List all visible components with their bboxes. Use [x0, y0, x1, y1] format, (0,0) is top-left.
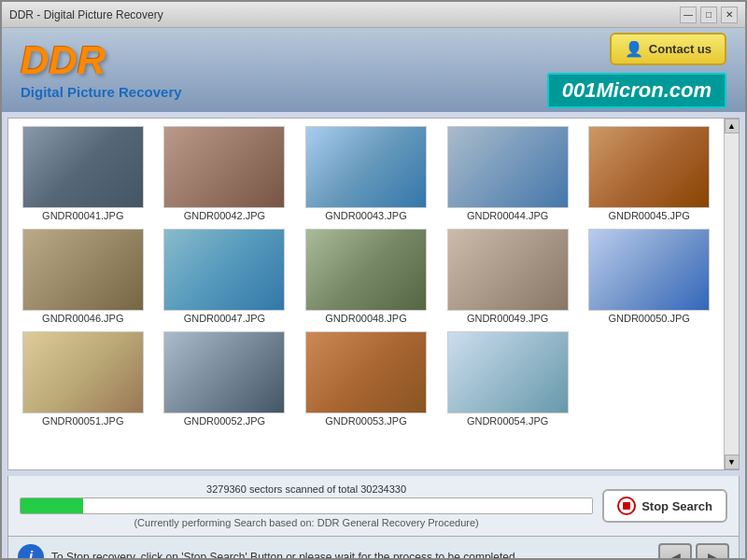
list-item[interactable]: GNDR00054.JPG	[441, 331, 575, 427]
nav-back-button[interactable]: ◀	[658, 543, 692, 561]
stop-button-label: Stop Search	[641, 499, 712, 513]
close-button[interactable]: ✕	[721, 7, 738, 23]
title-bar: DDR - Digital Picture Recovery — □ ✕	[2, 2, 745, 28]
scroll-up-arrow[interactable]: ▲	[725, 119, 740, 133]
photo-label: GNDR00047.JPG	[184, 313, 265, 324]
progress-label: 3279360 sectors scanned of total 3023433…	[20, 483, 593, 495]
photo-thumbnail[interactable]	[447, 126, 569, 208]
photo-label: GNDR00041.JPG	[42, 210, 123, 221]
photo-grid-container: GNDR00041.JPG GNDR00042.JPG GNDR00043.JP…	[7, 118, 740, 470]
list-item[interactable]: GNDR00053.JPG	[299, 331, 433, 427]
photo-thumbnail[interactable]	[305, 331, 427, 413]
photo-thumbnail[interactable]	[305, 229, 427, 311]
progress-area: 3279360 sectors scanned of total 3023433…	[7, 476, 740, 537]
scrollbar[interactable]: ▲ ▼	[724, 119, 739, 469]
header-right: 👤 Contact us 001Micron.com	[547, 33, 726, 108]
list-item[interactable]: GNDR00044.JPG	[441, 126, 575, 221]
brand-badge: 001Micron.com	[547, 73, 726, 108]
list-item[interactable]: GNDR00049.JPG	[441, 229, 575, 324]
list-item	[582, 331, 716, 427]
contact-icon: 👤	[625, 40, 643, 58]
photo-thumbnail[interactable]	[22, 126, 144, 208]
list-item[interactable]: GNDR00051.JPG	[16, 331, 150, 427]
brand-text: 001Micron.com	[562, 78, 712, 102]
photo-label: GNDR00049.JPG	[467, 313, 548, 324]
list-item[interactable]: GNDR00046.JPG	[16, 229, 150, 324]
photo-label: GNDR00050.JPG	[608, 313, 689, 324]
progress-info: 3279360 sectors scanned of total 3023433…	[20, 483, 593, 528]
app-header: DDR Digital Picture Recovery 👤 Contact u…	[2, 28, 745, 112]
photo-label: GNDR00053.JPG	[325, 415, 406, 427]
scroll-track[interactable]	[725, 133, 739, 455]
photo-thumbnail[interactable]	[163, 126, 285, 208]
photo-label: GNDR00044.JPG	[467, 210, 548, 221]
app-subtitle: Digital Picture Recovery	[21, 84, 182, 100]
list-item[interactable]: GNDR00045.JPG	[582, 126, 716, 221]
photo-thumbnail[interactable]	[447, 229, 569, 311]
app-logo: DDR	[21, 41, 182, 80]
progress-sublabel: (Currently performing Search based on: D…	[20, 517, 593, 528]
photo-label: GNDR00052.JPG	[184, 415, 265, 427]
photo-thumbnail	[588, 331, 710, 413]
photo-thumbnail[interactable]	[305, 126, 427, 208]
photo-label: GNDR00048.JPG	[325, 313, 406, 324]
nav-forward-button[interactable]: ▶	[696, 543, 729, 561]
photo-grid: GNDR00041.JPG GNDR00042.JPG GNDR00043.JP…	[16, 126, 716, 427]
photo-label: GNDR00043.JPG	[325, 210, 406, 221]
list-item[interactable]: GNDR00041.JPG	[16, 126, 150, 221]
list-item[interactable]: GNDR00043.JPG	[299, 126, 433, 221]
photo-thumbnail[interactable]	[588, 126, 710, 208]
photo-label: GNDR00045.JPG	[608, 210, 689, 221]
photo-label: GNDR00051.JPG	[42, 415, 123, 427]
list-item[interactable]: GNDR00050.JPG	[582, 229, 716, 324]
photo-label: GNDR00042.JPG	[184, 210, 265, 221]
photo-thumbnail[interactable]	[163, 229, 285, 311]
progress-bar-outer	[20, 497, 593, 514]
stop-icon-inner	[623, 502, 630, 510]
stop-icon	[617, 497, 636, 515]
window-controls: — □ ✕	[680, 7, 738, 23]
list-item[interactable]: GNDR00052.JPG	[158, 331, 292, 427]
status-message: To Stop recovery, click on 'Stop Search'…	[51, 551, 518, 561]
photo-thumbnail[interactable]	[22, 331, 144, 413]
list-item[interactable]: GNDR00042.JPG	[158, 126, 292, 221]
photo-label: GNDR00046.JPG	[42, 313, 123, 324]
scroll-down-arrow[interactable]: ▼	[725, 455, 740, 469]
photo-thumbnail[interactable]	[163, 331, 285, 413]
minimize-button[interactable]: —	[680, 7, 697, 23]
header-left: DDR Digital Picture Recovery	[21, 41, 182, 100]
nav-buttons: ◀ ▶	[658, 543, 729, 561]
photo-thumbnail[interactable]	[447, 331, 569, 413]
maximize-button[interactable]: □	[700, 7, 717, 23]
list-item[interactable]: GNDR00048.JPG	[299, 229, 433, 324]
stop-search-button[interactable]: Stop Search	[602, 489, 727, 523]
photo-thumbnail[interactable]	[588, 229, 710, 311]
status-bar: i To Stop recovery, click on 'Stop Searc…	[7, 537, 740, 560]
photo-grid-area: GNDR00041.JPG GNDR00042.JPG GNDR00043.JP…	[8, 119, 724, 469]
progress-bar-inner	[21, 498, 83, 513]
status-left: i To Stop recovery, click on 'Stop Searc…	[18, 544, 658, 561]
photo-thumbnail[interactable]	[22, 229, 144, 311]
list-item[interactable]: GNDR00047.JPG	[158, 229, 292, 324]
info-icon: i	[18, 544, 44, 561]
contact-button[interactable]: 👤 Contact us	[610, 33, 726, 65]
photo-label: GNDR00054.JPG	[467, 415, 548, 427]
contact-label: Contact us	[649, 42, 712, 56]
window-title: DDR - Digital Picture Recovery	[9, 8, 163, 21]
